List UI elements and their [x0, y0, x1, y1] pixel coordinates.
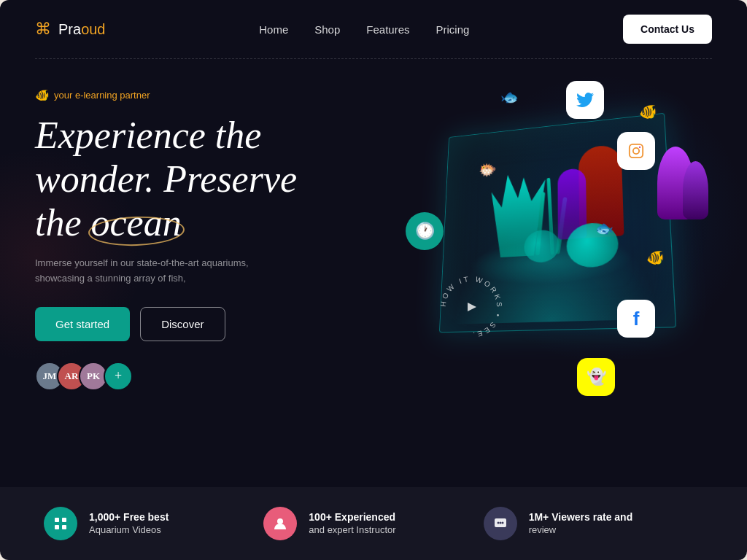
nav-home[interactable]: Home [259, 23, 288, 36]
nav-features[interactable]: Features [366, 23, 409, 36]
main-container: ⌘ Praoud Home Shop Features Pricing Cont… [0, 0, 747, 560]
hero-title-line3-pre: the [35, 202, 91, 244]
hero-title: Experience the wonder. Preserve the ocea… [35, 114, 374, 244]
fish-5: 🐠 [646, 249, 665, 266]
instagram-icon[interactable] [617, 132, 655, 170]
circular-text: HOW IT WORKS • SEE. [435, 271, 508, 343]
avatar-add[interactable]: + [104, 362, 133, 391]
svg-point-13 [501, 522, 503, 524]
logo-text: Praoud [58, 21, 106, 38]
hero-right: 🐟 🐠 🐡 🐟 🐠 [374, 74, 712, 487]
hero-title-line2: wonder. Preserve [35, 158, 297, 200]
navbar: ⌘ Praoud Home Shop Features Pricing Cont… [0, 0, 747, 58]
stat-item-2: 1M+ Viewers rate and review [484, 507, 703, 540]
contact-button[interactable]: Contact Us [623, 15, 712, 44]
stat-text-1: 100+ Experienced and expert Instructor [309, 511, 395, 536]
svg-point-12 [499, 522, 501, 524]
twitter-icon[interactable] [566, 81, 604, 119]
stat-icon-0 [44, 507, 77, 540]
discover-button[interactable]: Discover [140, 307, 225, 341]
stat-icon-2 [484, 507, 517, 540]
stats-bar: 1,000+ Free best Aquarium Videos 100+ Ex… [0, 487, 747, 560]
fish-2: 🐠 [639, 103, 657, 120]
partner-text: your e-learning partner [54, 90, 150, 101]
hero-buttons: Get started Discover [35, 307, 374, 341]
svg-rect-7 [55, 525, 59, 529]
partner-tag: 🐠 your e-learning partner [35, 88, 374, 102]
facebook-icon[interactable]: f [617, 300, 655, 338]
svg-rect-6 [62, 518, 66, 522]
logo-icon: ⌘ [35, 20, 51, 39]
svg-point-1 [633, 148, 639, 154]
svg-point-2 [639, 147, 640, 148]
stat-text-2: 1M+ Viewers rate and review [529, 511, 633, 536]
stat-item-1: 100+ Experienced and expert Instructor [263, 507, 483, 540]
hero-title-line1: Experience the [35, 114, 261, 156]
svg-rect-8 [62, 525, 66, 529]
stat-item-0: 1,000+ Free best Aquarium Videos [44, 507, 263, 540]
purple-coral [654, 132, 712, 219]
fish-3: 🐡 [479, 161, 497, 179]
snapchat-icon[interactable]: 👻 [577, 358, 615, 396]
hero-section: 🐠 your e-learning partner Experience the… [0, 59, 747, 487]
hero-left: 🐠 your e-learning partner Experience the… [35, 74, 374, 487]
ocean-word: ocean [91, 201, 182, 245]
fish-1: 🐟 [500, 88, 519, 106]
svg-point-9 [277, 518, 283, 524]
nav-shop[interactable]: Shop [314, 23, 340, 36]
logo: ⌘ Praoud [35, 20, 106, 39]
hero-subtitle: Immerse yourself in our state-of-the-art… [35, 256, 254, 287]
partner-emoji: 🐠 [35, 88, 50, 102]
logo-text-2: oud [81, 21, 105, 37]
aquarium-wrapper: 🐟 🐠 🐡 🐟 🐠 [391, 59, 741, 438]
svg-marker-4 [468, 303, 476, 311]
nav-links: Home Shop Features Pricing [259, 23, 469, 36]
hero-title-line3: the ocean [35, 202, 182, 244]
nav-pricing[interactable]: Pricing [436, 23, 470, 36]
get-started-button[interactable]: Get started [35, 307, 130, 341]
stat-icon-1 [263, 507, 297, 540]
clock-widget: 🕐 [406, 212, 444, 250]
svg-point-11 [497, 522, 499, 524]
logo-text-1: Pra [58, 21, 81, 37]
fish-4: 🐟 [595, 219, 614, 237]
stat-text-0: 1,000+ Free best Aquarium Videos [89, 511, 169, 536]
svg-rect-0 [630, 144, 643, 158]
avatar-group: JM AR PK + [35, 362, 374, 391]
svg-rect-5 [55, 518, 59, 522]
